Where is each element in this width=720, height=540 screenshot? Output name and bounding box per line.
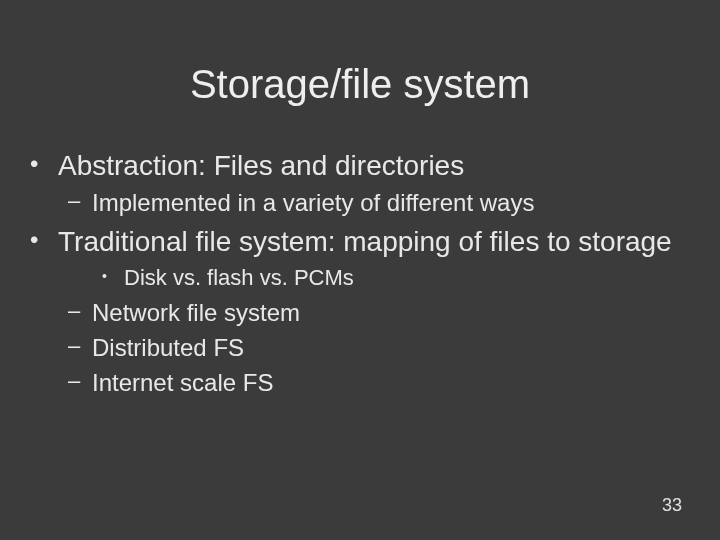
bullet-level2: – Internet scale FS [68,367,680,398]
bullet-level2: – Implemented in a variety of different … [68,187,680,218]
bullet-text: Internet scale FS [92,367,680,398]
bullet-level2: – Network file system [68,297,680,328]
bullet-text: Network file system [92,297,680,328]
dash-bullet-icon: – [68,297,92,326]
bullet-text: Implemented in a variety of different wa… [92,187,680,218]
slide-body: • Abstraction: Files and directories – I… [30,148,680,402]
bullet-level2: – Distributed FS [68,332,680,363]
dash-bullet-icon: – [68,332,92,361]
small-disc-bullet-icon: • [102,263,124,290]
bullet-text: Disk vs. flash vs. PCMs [124,263,680,293]
disc-bullet-icon: • [30,224,58,255]
slide: Storage/file system • Abstraction: Files… [0,0,720,540]
bullet-text: Distributed FS [92,332,680,363]
bullet-level3: • Disk vs. flash vs. PCMs [102,263,680,293]
slide-title: Storage/file system [0,62,720,107]
page-number: 33 [662,495,682,516]
bullet-level1: • Traditional file system: mapping of fi… [30,224,680,259]
dash-bullet-icon: – [68,187,92,216]
disc-bullet-icon: • [30,148,58,179]
bullet-text: Abstraction: Files and directories [58,148,680,183]
bullet-level1: • Abstraction: Files and directories [30,148,680,183]
bullet-text: Traditional file system: mapping of file… [58,224,680,259]
dash-bullet-icon: – [68,367,92,396]
